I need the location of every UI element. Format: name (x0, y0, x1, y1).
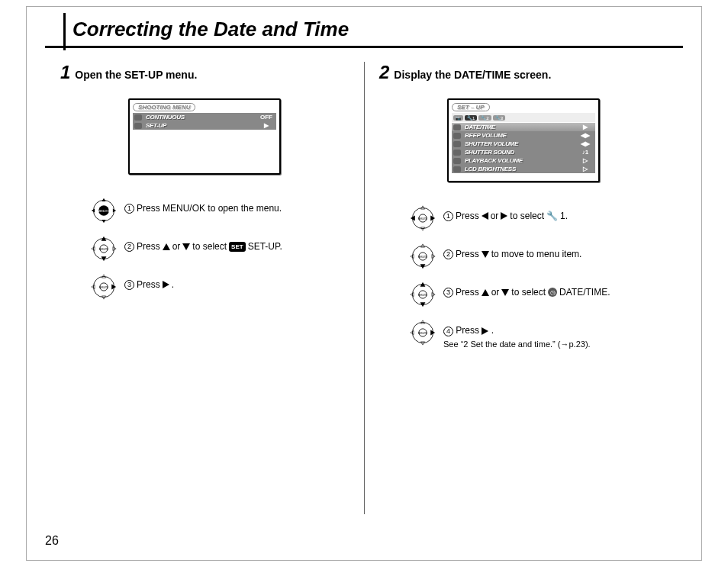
row-icon (453, 150, 461, 156)
columns: 1 Open the SET-UP menu. SHOOTING MENU CO… (45, 62, 683, 522)
lcd-row: DATE/TIME▶ (452, 123, 595, 131)
lcd-tabs: 📷 🔧1 🔧2 🔧3 (452, 113, 595, 122)
svg-text:MENU/OK: MENU/OK (99, 286, 108, 289)
step-number: 2 (379, 62, 389, 83)
text: Press (456, 210, 479, 223)
instruction: MENU/OK 3 Press or to select ◷ DATE/TIME… (410, 282, 668, 307)
row-icon (453, 166, 461, 172)
instruction-text: 2 Press to move to menu item. (443, 243, 581, 261)
text: 1. (560, 210, 568, 223)
instruction-text: 3 Press or to select ◷ DATE/TIME. (443, 282, 610, 299)
svg-text:MENU/OK: MENU/OK (98, 210, 111, 213)
svg-marker-41 (432, 292, 435, 296)
sub-text: See “2 Set the date and time.” (→p.23). (443, 339, 591, 350)
page-title: Correcting the Date and Time (72, 18, 349, 40)
dpad-icon: MENU/OK (410, 243, 436, 269)
lcd-header: SET – UP (452, 103, 490, 111)
lcd-tab: 🔧2 (478, 115, 491, 121)
lcd-row: PLAYBACK VOLUME▷ (452, 156, 595, 165)
text: . (172, 278, 174, 291)
text: or (491, 210, 499, 223)
step-bullet: 1 (443, 211, 453, 221)
text: or (491, 286, 500, 299)
wrench-icon: 🔧 (546, 210, 558, 223)
svg-marker-34 (432, 254, 435, 258)
clock-icon: ◷ (548, 288, 557, 297)
svg-marker-3 (101, 198, 105, 201)
manual-page: Correcting the Date and Time 1 Open the … (26, 6, 702, 561)
instruction-text: 1 Press MENU/OK to open the menu. (124, 198, 282, 215)
lcd-tab: 📷 (453, 115, 463, 121)
instruction-text: 3 Press . (124, 274, 174, 291)
step-title: Display the DATE/TIME screen. (394, 69, 551, 81)
right-arrow-icon (501, 212, 507, 220)
row-label: CONTINUOUS (144, 114, 254, 121)
row-value: OFF (256, 114, 276, 121)
row-icon (453, 124, 461, 130)
instruction: MENU/OK 4 Press . See “2 Set the date an… (410, 320, 668, 350)
title-bar: Correcting the Date and Time (45, 18, 683, 48)
lcd-setup-menu: SET – UP 📷 🔧1 🔧2 🔧3 DATE/TIME▶ BEEP VOLU… (447, 98, 600, 182)
dpad-icon: MENU/OK (91, 198, 117, 224)
lcd-row: BEEP VOLUME◀▶ (452, 131, 595, 140)
text: Press (137, 278, 160, 291)
up-arrow-icon (163, 243, 170, 250)
text: or (172, 240, 181, 253)
row-value: ▷ (575, 166, 595, 172)
svg-marker-33 (411, 254, 414, 258)
row-label: BEEP VOLUME (463, 132, 573, 139)
step-bullet: 1 (124, 204, 134, 214)
page-number: 26 (45, 534, 59, 548)
lcd-row: LCD BRIGHTNESS▷ (452, 165, 595, 173)
row-value: ◀▶ (575, 140, 595, 147)
row-value: ▶ (575, 124, 595, 130)
svg-marker-19 (92, 285, 95, 288)
text: Press (456, 325, 482, 336)
lcd-header: SHOOTING MENU (133, 103, 195, 111)
lcd-row: SHUTTER VOLUME◀▶ (452, 140, 595, 148)
svg-marker-47 (411, 330, 414, 334)
lcd-tab: 🔧1 (465, 115, 477, 121)
svg-marker-6 (113, 208, 116, 212)
text: to select (511, 286, 546, 299)
svg-text:MENU/OK: MENU/OK (418, 332, 427, 335)
step-bullet: 2 (443, 249, 453, 259)
dpad-icon: MENU/OK (410, 282, 436, 307)
text: Press (137, 240, 160, 253)
instruction-text: 2 Press or to select SET SET-UP. (124, 236, 282, 253)
row-label: SHUTTER SOUND (463, 149, 573, 156)
text: Press MENU/OK to open the menu. (137, 202, 282, 215)
step-bullet: 3 (443, 288, 453, 298)
svg-marker-40 (411, 292, 414, 296)
row-label: PLAYBACK VOLUME (463, 157, 573, 164)
instruction: MENU/OK 3 Press . (91, 274, 349, 300)
dpad-icon: MENU/OK (410, 205, 436, 231)
dpad-icon: MENU/OK (91, 274, 117, 300)
svg-marker-5 (92, 208, 95, 212)
step-bullet: 2 (124, 242, 134, 252)
row-icon (134, 114, 142, 121)
row-label: LCD BRIGHTNESS (463, 166, 573, 172)
svg-text:MENU/OK: MENU/OK (418, 217, 427, 220)
step-title: Open the SET-UP menu. (75, 69, 197, 81)
row-label: SET-UP (144, 122, 254, 129)
dpad-icon: MENU/OK (91, 236, 117, 262)
down-arrow-icon (482, 251, 489, 258)
text: DATE/TIME. (559, 286, 610, 299)
lcd-tab: 🔧3 (493, 115, 505, 121)
step-bullet: 4 (443, 327, 453, 336)
text: SET-UP. (248, 240, 282, 253)
left-column: 1 Open the SET-UP menu. SHOOTING MENU CO… (45, 62, 364, 522)
svg-text:MENU/OK: MENU/OK (418, 294, 427, 297)
text: to select (510, 210, 544, 223)
svg-marker-12 (92, 246, 95, 250)
right-arrow-icon (163, 281, 169, 288)
lcd-shooting-menu: SHOOTING MENU CONTINUOUS OFF SET-UP ▶ (128, 98, 281, 175)
instruction: MENU/OK 2 Press to move to menu item. (410, 243, 668, 269)
row-icon (453, 133, 461, 139)
row-value: ▷ (575, 157, 595, 164)
dpad-icon: MENU/OK (410, 320, 436, 346)
row-value: ▶ (256, 122, 276, 129)
lcd-row: CONTINUOUS OFF (133, 113, 276, 121)
lcd-row: SET-UP ▶ (133, 121, 276, 130)
